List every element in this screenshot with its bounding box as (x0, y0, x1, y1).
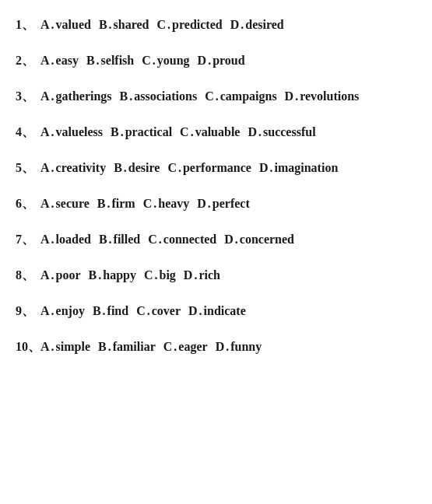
option-letter: D (248, 123, 257, 142)
question-number: 6、 (16, 194, 40, 213)
option-dot: . (124, 159, 127, 177)
option-dot: . (269, 159, 272, 177)
option-dot: . (51, 159, 54, 177)
options-container: A . easyB . selfishC . youngD . proud (40, 51, 250, 70)
option-text: shared (114, 16, 149, 34)
option-a: A . enjoy (40, 302, 85, 320)
option-d: D . indicate (188, 302, 246, 320)
option-letter: D (259, 159, 269, 177)
option-letter: B (111, 123, 119, 142)
option-text: big (160, 266, 176, 285)
option-a: A . secure (40, 194, 90, 213)
option-a: A . loaded (40, 230, 91, 249)
question-item: 9、A . enjoyB . findC . coverD . indicate (16, 302, 416, 320)
option-dot: . (159, 230, 162, 249)
option-dot: . (191, 123, 194, 142)
option-text: heavy (158, 194, 189, 213)
option-text: familiar (113, 338, 156, 356)
options-container: A . valuedB . sharedC . predictedD . des… (40, 16, 289, 34)
option-b: B . practical (111, 123, 172, 142)
option-dot: . (178, 159, 181, 177)
option-text: poor (56, 266, 81, 285)
option-a: A . valued (40, 16, 91, 34)
question-item: 2、A . easyB . selfishC . youngD . proud (16, 51, 416, 70)
option-letter: A (40, 194, 50, 213)
option-dot: . (51, 87, 54, 106)
question-number: 5、 (16, 159, 40, 177)
option-dot: . (174, 338, 177, 356)
option-dot: . (51, 302, 54, 320)
option-dot: . (241, 16, 244, 34)
option-text: enjoy (56, 302, 85, 320)
option-dot: . (107, 194, 110, 213)
option-text: young (157, 51, 190, 70)
option-text: eager (178, 338, 207, 356)
option-text: predicted (172, 16, 223, 34)
option-dot: . (226, 338, 229, 356)
option-b: B . find (93, 302, 128, 320)
option-letter: B (97, 194, 106, 213)
option-d: D . rich (184, 266, 220, 285)
option-text: practical (125, 123, 172, 142)
option-text: valued (56, 16, 91, 34)
option-a: A . poor (40, 266, 81, 285)
options-container: A . creativityB . desireC . performanceD… (40, 159, 342, 177)
option-text: find (107, 302, 129, 320)
option-dot: . (97, 51, 100, 70)
option-letter: A (40, 16, 50, 34)
option-dot: . (51, 266, 54, 285)
option-text: performance (183, 159, 251, 177)
option-letter: C (136, 302, 146, 320)
option-b: B . desire (114, 159, 160, 177)
option-c: C . cover (136, 302, 181, 320)
option-dot: . (121, 123, 124, 142)
option-text: associations (134, 87, 197, 106)
option-text: easy (56, 51, 79, 70)
option-c: C . eager (163, 338, 208, 356)
option-dot: . (153, 194, 156, 213)
question-number: 7、 (16, 230, 40, 249)
option-dot: . (51, 194, 54, 213)
option-letter: B (120, 87, 128, 106)
option-a: A . simple (40, 338, 90, 356)
option-text: selfish (101, 51, 135, 70)
option-text: desire (128, 159, 160, 177)
option-b: B . filled (99, 230, 140, 249)
option-dot: . (98, 266, 101, 285)
option-dot: . (51, 16, 54, 34)
option-letter: A (40, 230, 50, 249)
options-container: A . enjoyB . findC . coverD . indicate (40, 302, 251, 320)
option-letter: D (184, 266, 193, 285)
option-c: C . heavy (143, 194, 190, 213)
option-c: C . campaigns (205, 87, 276, 106)
option-text: loaded (56, 230, 91, 249)
question-number: 2、 (16, 51, 40, 70)
option-dot: . (51, 338, 54, 356)
option-dot: . (103, 302, 106, 320)
option-text: creativity (56, 159, 107, 177)
option-letter: C (180, 123, 189, 142)
option-c: C . performance (167, 159, 251, 177)
option-letter: B (99, 16, 107, 34)
question-number: 10、 (16, 338, 40, 356)
option-c: C . big (144, 266, 176, 285)
option-dot: . (295, 87, 298, 106)
question-item: 10、A . simpleB . familiarC . eagerD . fu… (16, 338, 416, 356)
option-letter: D (188, 302, 198, 320)
option-dot: . (199, 302, 202, 320)
option-letter: C (167, 159, 177, 177)
option-a: A . creativity (40, 159, 106, 177)
option-letter: C (205, 87, 214, 106)
question-number: 4、 (16, 123, 40, 142)
option-letter: B (99, 230, 107, 249)
option-dot: . (216, 87, 219, 106)
option-text: cover (152, 302, 181, 320)
option-letter: A (40, 159, 50, 177)
option-letter: C (144, 266, 153, 285)
question-item: 8、A . poorB . happyC . bigD . rich (16, 266, 416, 285)
option-letter: A (40, 87, 50, 106)
option-letter: A (40, 266, 50, 285)
option-text: valuable (195, 123, 241, 142)
option-text: happy (103, 266, 136, 285)
option-text: secure (56, 194, 90, 213)
